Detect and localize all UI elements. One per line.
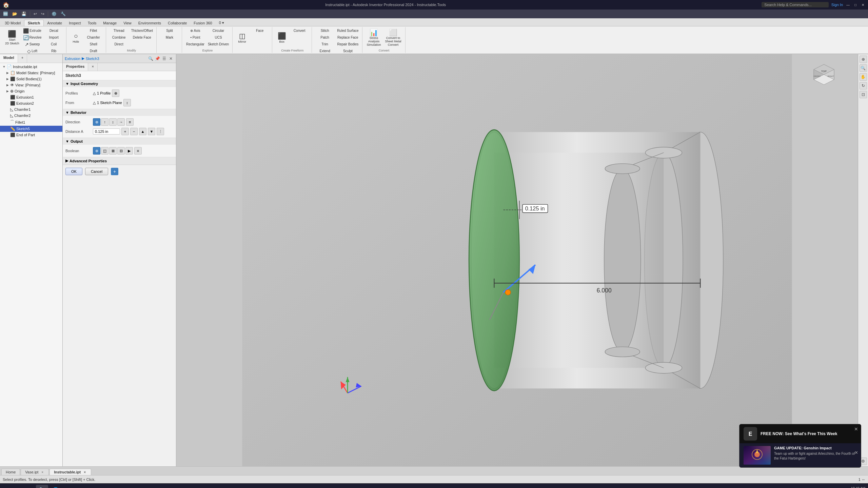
boolean-extra-btn[interactable]: ≡ — [134, 147, 142, 155]
tab-inspect[interactable]: Inspect — [65, 20, 84, 26]
settings-btn[interactable]: 🔧 — [59, 11, 67, 17]
from-pick-btn[interactable]: ↕ — [123, 99, 131, 106]
undo-btn[interactable]: ↩ — [32, 11, 39, 17]
patch-btn[interactable]: Patch — [315, 35, 335, 41]
add-tab[interactable]: + — [18, 54, 27, 63]
mirror-btn[interactable]: ◫ Mirror — [235, 28, 249, 48]
boolean-cut-btn[interactable]: ◫ — [101, 147, 108, 155]
direction-positive-btn[interactable]: ⊕ — [93, 118, 100, 126]
ucs-btn[interactable]: UCS — [206, 35, 230, 41]
sketch-driven-btn[interactable]: Sketch Driven — [206, 41, 230, 47]
tree-item-end-of-part[interactable]: ⬛ End of Part — [0, 132, 62, 138]
convert-btn[interactable]: Convert — [289, 28, 310, 34]
coil-btn[interactable]: Coil — [44, 41, 64, 47]
notif-body-close-btn[interactable]: ✕ — [854, 450, 858, 455]
taskbar-vs-btn[interactable]: 💻 — [77, 485, 89, 488]
import-btn[interactable]: Import — [44, 35, 64, 41]
mark-btn[interactable]: Mark — [159, 35, 180, 41]
trim-btn[interactable]: Trim — [315, 41, 335, 47]
cancel-btn[interactable]: Cancel — [85, 168, 108, 175]
distance-input[interactable] — [93, 128, 120, 135]
tree-item-chamfer2[interactable]: ◺ Chamfer2 — [0, 113, 62, 119]
sweep-btn[interactable]: ↗Sweep — [22, 41, 43, 47]
nav-cube[interactable]: TOP FRONT RIGHT — [809, 59, 839, 90]
tab-tools[interactable]: Tools — [84, 20, 100, 26]
box-btn[interactable]: ⬛ Box — [275, 28, 289, 48]
distance-menu-btn[interactable]: ⋮ — [157, 128, 164, 135]
open-btn[interactable]: 📂 — [11, 11, 19, 17]
start-2d-sketch-btn[interactable]: ⬛ Start2D Sketch — [3, 28, 21, 48]
taskbar-chrome-btn[interactable]: 🌐 — [50, 485, 62, 488]
view-cube-btn[interactable]: ⊕ — [860, 56, 867, 63]
distance-down-btn[interactable]: ▼ — [148, 128, 155, 135]
ok-btn[interactable]: OK — [65, 168, 82, 175]
direction-up-btn[interactable]: ↑ — [101, 118, 108, 126]
model-tab[interactable]: Model — [0, 54, 18, 63]
orbit-btn[interactable]: ↻ — [860, 82, 867, 89]
extend-btn[interactable]: Extend — [315, 48, 335, 54]
fillet-btn[interactable]: Fillet — [83, 28, 104, 34]
thicken-offset-btn[interactable]: Thicken/Offset — [130, 28, 154, 34]
stitch-btn[interactable]: Stitch — [315, 28, 335, 34]
taskbar-inventor-btn[interactable]: 🔧 — [36, 485, 48, 488]
instructable-tab-close[interactable]: × — [83, 470, 87, 474]
revolve-btn[interactable]: 🔄Revolve — [22, 35, 43, 41]
tree-item-origin[interactable]: ▶ ⊕ Origin — [0, 88, 62, 94]
stress-analysis-btn[interactable]: 📊 StressAnalysisSimulation — [365, 28, 383, 48]
tree-item-fillet1[interactable]: ⌒ Fillet1 — [0, 119, 62, 126]
maximize-btn[interactable]: □ — [853, 2, 858, 7]
sign-in-btn[interactable]: Sign In — [831, 3, 843, 7]
menu-props-btn[interactable]: ☰ — [161, 56, 167, 62]
pan-btn[interactable]: ✋ — [860, 73, 867, 81]
distance-sub-btn[interactable]: − — [130, 128, 138, 135]
shell-btn[interactable]: Shell — [83, 41, 104, 47]
point-btn[interactable]: • Point — [185, 35, 206, 41]
viewport[interactable]: TOP FRONT RIGHT — [176, 54, 858, 466]
tree-item-view[interactable]: ▶ 👁 View: [Primary] — [0, 82, 62, 88]
tab-overflow[interactable]: 0 ▾ — [216, 20, 228, 26]
start-btn[interactable]: ⊞ — [3, 485, 14, 488]
boolean-new-btn[interactable]: ⊟ — [117, 147, 125, 155]
taskbar-explorer-btn[interactable]: 📁 — [63, 485, 75, 488]
tree-item-sketch5[interactable]: ✏️ Sketch5 — [0, 126, 62, 132]
tab-collaborate[interactable]: Collaborate — [164, 20, 190, 26]
input-geometry-header[interactable]: ▼ Input Geometry — [63, 80, 176, 87]
delete-face-btn[interactable]: Delete Face — [130, 35, 154, 41]
zoom-fit-btn[interactable]: ⊡ — [860, 91, 867, 98]
ruled-surface-btn[interactable]: Ruled Surface — [336, 28, 360, 34]
tab-3d-model[interactable]: 3D Model — [1, 20, 24, 26]
boolean-join-btn[interactable]: ⊕ — [93, 147, 100, 155]
direct-btn[interactable]: Direct — [109, 41, 129, 47]
replace-face-btn[interactable]: Replace Face — [336, 35, 360, 41]
save-btn[interactable]: 💾 — [20, 11, 28, 17]
tab-instructable[interactable]: Instructable.ipt × — [50, 469, 91, 475]
pin-props-btn[interactable]: 📌 — [154, 56, 160, 62]
minimize-btn[interactable]: — — [846, 2, 850, 7]
axis-btn[interactable]: ⊕ Axis — [185, 28, 206, 34]
face-btn[interactable]: Face — [250, 28, 270, 34]
loft-btn[interactable]: ◇Loft — [22, 48, 43, 54]
taskbar-search[interactable]: 🔍 — [15, 485, 25, 488]
distance-add-btn[interactable]: + — [121, 128, 129, 135]
zoom-btn[interactable]: 🔍 — [860, 64, 867, 72]
extrude-btn[interactable]: ⬛Extrude — [22, 28, 43, 34]
behavior-header[interactable]: ▼ Behavior — [63, 109, 176, 116]
taskbar-task-view[interactable]: ⧉ — [26, 485, 35, 488]
rib-btn[interactable]: Rib — [44, 48, 64, 54]
breadcrumb-sketch3[interactable]: Sketch3 — [86, 57, 99, 61]
sculpt-btn[interactable]: Sculpt — [336, 48, 360, 54]
advanced-header[interactable]: ▶ Advanced Properties — [63, 157, 176, 164]
taskbar-clock[interactable]: 10:40 AM 4/26/2024 — [850, 487, 866, 488]
split-btn[interactable]: Split — [159, 28, 180, 34]
tree-item-solid-bodies[interactable]: ▶ ⬛ Solid Bodies(1) — [0, 76, 62, 82]
tree-item-extrusion2[interactable]: ⬛ Extrusion2 — [0, 100, 62, 106]
boolean-surface-btn[interactable]: ▶ — [125, 147, 133, 155]
direction-extra-btn[interactable]: ≡ — [126, 118, 134, 126]
notif-close-btn[interactable]: ✕ — [854, 426, 858, 432]
search-box[interactable]: Search Help & Commands... — [762, 2, 828, 7]
tab-annotate[interactable]: Annotate — [44, 20, 65, 26]
props-tab-properties[interactable]: Properties — [63, 63, 88, 71]
props-tab-close[interactable]: × — [88, 63, 97, 71]
distance-up-btn[interactable]: ▲ — [139, 128, 146, 135]
direction-symmetric-btn[interactable]: ↕ — [109, 118, 117, 126]
